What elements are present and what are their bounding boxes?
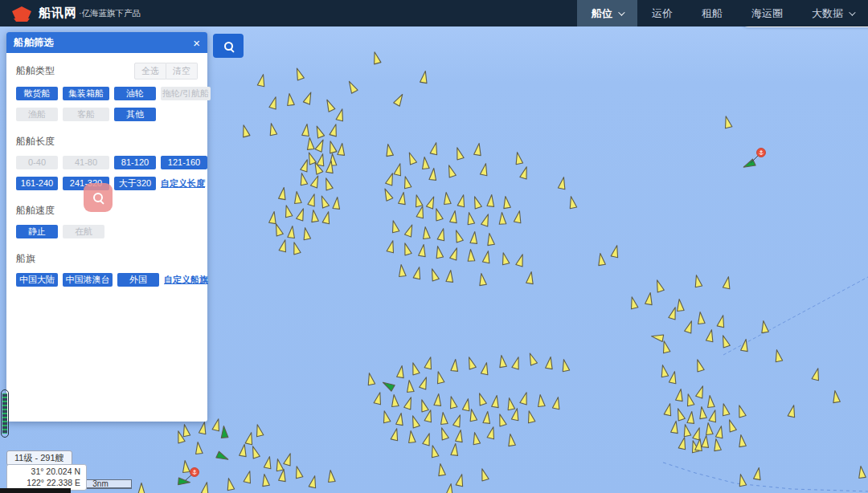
type-other-button[interactable]: 其他 xyxy=(114,108,156,121)
ship-marker[interactable] xyxy=(424,409,434,422)
length-161-240-button[interactable]: 161-240 xyxy=(16,177,58,190)
ship-marker[interactable] xyxy=(391,394,399,406)
ship-marker[interactable] xyxy=(487,426,497,439)
ship-marker[interactable] xyxy=(421,157,429,169)
ship-marker[interactable] xyxy=(264,456,272,469)
ship-marker[interactable] xyxy=(279,187,288,200)
ship-marker[interactable] xyxy=(653,279,664,293)
ship-marker[interactable] xyxy=(709,409,719,422)
ship-marker[interactable] xyxy=(628,296,638,309)
ship-marker[interactable] xyxy=(268,123,276,136)
ship-marker[interactable] xyxy=(558,177,567,189)
ship-marker[interactable] xyxy=(514,152,522,165)
ship-marker[interactable] xyxy=(696,385,706,399)
ship-marker[interactable] xyxy=(419,244,428,257)
ship-marker[interactable] xyxy=(274,458,283,471)
ship-marker[interactable] xyxy=(429,445,439,458)
ship-marker[interactable] xyxy=(346,79,358,93)
ship-marker[interactable] xyxy=(297,208,307,222)
speed-static-button[interactable]: 静止 xyxy=(16,225,58,238)
ship-marker[interactable] xyxy=(702,435,710,447)
ship-marker[interactable] xyxy=(520,166,530,179)
ship-marker[interactable] xyxy=(426,195,436,209)
ship-marker[interactable] xyxy=(560,359,569,372)
ship-marker[interactable] xyxy=(674,408,685,422)
ship-marker[interactable] xyxy=(446,483,455,493)
ship-marker[interactable] xyxy=(420,377,430,390)
ship-marker[interactable] xyxy=(402,176,411,189)
ship-marker[interactable] xyxy=(284,453,293,466)
ship-marker[interactable] xyxy=(181,424,190,437)
flag-foreign-button[interactable]: 外国 xyxy=(117,273,159,287)
zoom-slider[interactable] xyxy=(1,389,9,438)
nav-item-freight[interactable]: 运价 xyxy=(637,0,687,26)
ship-marker[interactable] xyxy=(381,380,395,392)
length-121-160-button[interactable]: 121-160 xyxy=(161,156,207,169)
ship-marker[interactable] xyxy=(382,187,393,201)
ship-marker[interactable] xyxy=(715,426,724,438)
ship-marker[interactable] xyxy=(323,177,334,190)
ship-marker[interactable] xyxy=(254,424,264,437)
ship-marker[interactable] xyxy=(693,427,702,440)
ship-marker[interactable] xyxy=(678,437,688,450)
ship-marker[interactable] xyxy=(479,468,489,481)
ship-marker[interactable] xyxy=(465,357,476,370)
nav-item-big-data[interactable]: 大数据 xyxy=(797,0,868,26)
ship-marker[interactable] xyxy=(413,194,423,207)
ship-marker[interactable] xyxy=(520,392,530,405)
ship-marker[interactable] xyxy=(671,421,680,434)
ship-marker[interactable] xyxy=(738,434,747,447)
ship-marker[interactable] xyxy=(788,405,797,418)
ship-marker[interactable] xyxy=(318,194,329,208)
ship-marker[interactable] xyxy=(713,438,722,451)
ship-marker[interactable] xyxy=(669,307,678,320)
nav-item-charter[interactable]: 租船 xyxy=(687,0,737,26)
ship-marker[interactable] xyxy=(374,392,383,405)
ship-marker[interactable] xyxy=(336,108,346,121)
ship-marker[interactable] xyxy=(261,474,270,487)
ship-marker[interactable] xyxy=(456,474,465,487)
ship-marker[interactable] xyxy=(225,478,234,491)
ship-marker[interactable] xyxy=(445,165,456,178)
ship-marker[interactable] xyxy=(433,208,443,221)
ship-marker[interactable] xyxy=(742,159,755,170)
ship-marker[interactable] xyxy=(773,349,782,362)
ship-marker[interactable] xyxy=(327,470,335,482)
ship-marker[interactable] xyxy=(697,312,705,324)
ship-marker[interactable] xyxy=(244,471,253,483)
ship-marker[interactable] xyxy=(313,124,324,138)
select-all-button[interactable]: 全选 xyxy=(134,63,166,79)
ship-marker[interactable] xyxy=(462,398,471,411)
ship-marker[interactable] xyxy=(272,223,283,237)
ship-marker[interactable] xyxy=(429,168,437,180)
custom-length-link[interactable]: 自定义长度 xyxy=(161,177,205,190)
ship-marker[interactable] xyxy=(454,147,464,160)
nav-item-shipping-circle[interactable]: 海运圈 xyxy=(737,0,797,26)
ship-marker[interactable] xyxy=(723,116,732,128)
ship-marker[interactable] xyxy=(516,254,526,267)
ship-marker[interactable] xyxy=(552,397,561,409)
ship-marker[interactable] xyxy=(567,196,576,209)
ship-marker[interactable] xyxy=(338,143,346,155)
flag-china-mainland-button[interactable]: 中国大陆 xyxy=(16,273,58,287)
ship-marker[interactable] xyxy=(726,419,736,433)
ship-marker[interactable] xyxy=(396,413,405,426)
ship-marker[interactable] xyxy=(423,433,432,446)
ship-marker[interactable] xyxy=(453,414,464,428)
ship-marker[interactable] xyxy=(293,67,304,80)
ship-marker[interactable] xyxy=(212,418,222,431)
ship-marker[interactable] xyxy=(419,399,428,412)
ship-marker[interactable] xyxy=(471,432,480,445)
ship-marker[interactable] xyxy=(438,427,448,441)
ship-marker[interactable] xyxy=(706,395,714,407)
ship-marker[interactable] xyxy=(394,163,403,176)
length-41-80-button[interactable]: 41-80 xyxy=(63,156,109,169)
ship-marker[interactable] xyxy=(440,412,448,424)
type-passenger-button[interactable]: 客船 xyxy=(63,108,109,121)
ship-marker[interactable] xyxy=(526,271,535,284)
ship-marker[interactable] xyxy=(298,173,307,185)
ship-marker[interactable] xyxy=(322,211,332,224)
ship-marker[interactable] xyxy=(409,415,420,429)
ship-marker[interactable] xyxy=(420,71,429,84)
ship-marker[interactable] xyxy=(486,233,495,246)
